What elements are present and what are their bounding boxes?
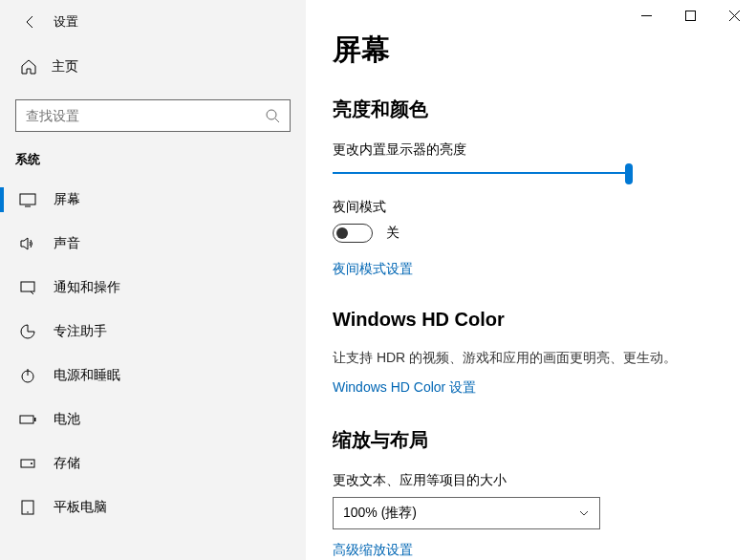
svg-rect-10: [685, 11, 695, 20]
nav-item-display[interactable]: 屏幕: [0, 178, 306, 222]
close-icon: [729, 11, 740, 21]
maximize-button[interactable]: [668, 0, 712, 31]
nav-item-power[interactable]: 电源和睡眠: [0, 354, 306, 398]
minimize-button[interactable]: [624, 0, 668, 31]
nav-label: 电源和睡眠: [54, 367, 120, 384]
display-icon: [17, 191, 38, 208]
scale-field-label: 更改文本、应用等项目的大小: [333, 472, 729, 489]
home-label: 主页: [52, 58, 78, 75]
night-mode-settings-link[interactable]: 夜间模式设置: [333, 261, 413, 278]
brightness-slider-label: 更改内置显示器的亮度: [333, 141, 729, 159]
maximize-icon: [685, 11, 696, 21]
svg-rect-4: [20, 416, 33, 423]
hdcolor-description: 让支持 HDR 的视频、游戏和应用的画面更明亮、更生动。: [333, 350, 729, 367]
scale-section-title: 缩放与布局: [333, 427, 729, 453]
night-mode-label: 夜间模式: [333, 199, 729, 216]
nav-label: 专注助手: [54, 323, 107, 340]
nav-label: 存储: [54, 455, 80, 472]
content-area: 屏幕 亮度和颜色 更改内置显示器的亮度 夜间模式 关 夜间模式设置 Window…: [306, 0, 756, 560]
nav-item-storage[interactable]: 存储: [0, 442, 306, 485]
window-controls: [624, 0, 756, 31]
search-box[interactable]: [15, 99, 291, 132]
page-title: 屏幕: [333, 31, 729, 70]
brightness-slider[interactable]: [333, 172, 629, 174]
svg-rect-1: [20, 194, 35, 205]
section-label: 系统: [0, 151, 306, 178]
power-icon: [17, 367, 38, 384]
night-mode-state: 关: [386, 225, 400, 242]
hdcolor-section-title: Windows HD Color: [333, 309, 729, 331]
focus-icon: [17, 323, 38, 340]
nav-label: 声音: [54, 235, 80, 252]
svg-rect-2: [21, 282, 34, 291]
sound-icon: [17, 235, 38, 252]
scale-select-value: 100% (推荐): [343, 505, 417, 522]
toggle-knob: [336, 227, 348, 239]
search-input[interactable]: [26, 108, 265, 123]
window-title: 设置: [54, 13, 78, 31]
nav-label: 屏幕: [54, 191, 80, 208]
close-button[interactable]: [712, 0, 756, 31]
arrow-left-icon: [23, 14, 38, 30]
notifications-icon: [17, 279, 38, 296]
nav-item-sound[interactable]: 声音: [0, 222, 306, 266]
home-button[interactable]: 主页: [0, 48, 306, 86]
night-mode-toggle[interactable]: [333, 224, 373, 243]
nav-label: 通知和操作: [54, 279, 120, 296]
settings-sidebar: 设置 主页 系统 屏幕 声音 通知和操作 专注助手 电源和睡眠 电池 存储: [0, 0, 306, 560]
minimize-icon: [641, 11, 652, 21]
night-mode-toggle-row: 关: [333, 224, 729, 243]
svg-rect-5: [34, 418, 36, 421]
battery-icon: [17, 411, 38, 428]
nav-label: 电池: [54, 411, 80, 428]
brightness-section-title: 亮度和颜色: [333, 97, 729, 122]
tablet-icon: [17, 499, 38, 516]
nav-item-tablet[interactable]: 平板电脑: [0, 485, 306, 529]
search-icon: [265, 108, 280, 123]
back-button[interactable]: [15, 7, 46, 37]
chevron-down-icon: [578, 507, 590, 519]
home-icon: [19, 58, 38, 75]
scale-select[interactable]: 100% (推荐): [333, 497, 600, 529]
svg-point-9: [27, 511, 29, 513]
nav-item-notifications[interactable]: 通知和操作: [0, 266, 306, 310]
nav-item-battery[interactable]: 电池: [0, 398, 306, 442]
svg-point-7: [31, 463, 32, 464]
slider-thumb[interactable]: [625, 163, 633, 184]
nav-item-focus[interactable]: 专注助手: [0, 310, 306, 354]
hdcolor-settings-link[interactable]: Windows HD Color 设置: [333, 379, 476, 397]
advanced-scale-link[interactable]: 高级缩放设置: [333, 542, 413, 559]
storage-icon: [17, 455, 38, 472]
svg-point-0: [267, 110, 276, 119]
nav-label: 平板电脑: [54, 499, 107, 516]
titlebar: 设置: [0, 0, 306, 44]
